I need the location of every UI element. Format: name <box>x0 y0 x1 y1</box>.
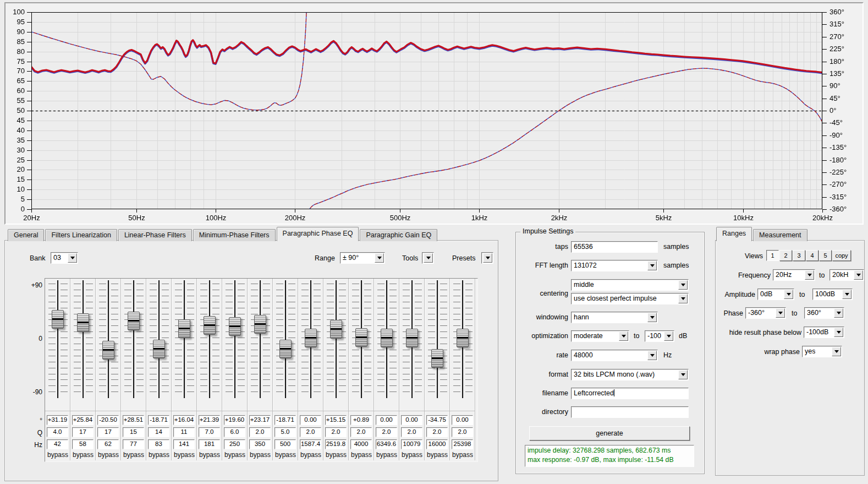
filename-input[interactable]: Leftcorrected <box>571 388 689 399</box>
freq-field[interactable]: 1587.4 <box>300 439 321 449</box>
q-field[interactable]: 2.0 <box>325 427 347 437</box>
view-button-2[interactable]: 2 <box>779 250 792 261</box>
frequency-to-select[interactable]: 20kHz <box>829 269 864 281</box>
phase-from-select[interactable]: -360° <box>745 307 786 319</box>
gain-slider[interactable] <box>323 279 349 410</box>
gain-slider[interactable] <box>96 279 121 410</box>
bypass-button[interactable]: bypass <box>399 451 425 459</box>
chevron-down-icon[interactable] <box>805 270 814 280</box>
generate-button[interactable]: generate <box>529 426 690 441</box>
rate-select[interactable]: 48000 <box>571 350 658 361</box>
view-button-5[interactable]: 5 <box>819 250 832 261</box>
slider-handle[interactable] <box>381 329 393 347</box>
chevron-down-icon[interactable] <box>678 370 688 379</box>
gain-slider[interactable] <box>197 279 222 410</box>
tab-filters-linearization[interactable]: Filters Linearization <box>45 229 117 241</box>
slider-handle[interactable] <box>457 329 469 347</box>
q-field[interactable]: 2.0 <box>300 427 321 437</box>
q-field[interactable]: 2.0 <box>426 427 448 437</box>
freq-field[interactable]: 4000 <box>350 439 372 449</box>
gain-field[interactable]: +16.04 <box>173 415 195 425</box>
bypass-button[interactable]: bypass <box>172 451 197 459</box>
chevron-down-icon[interactable] <box>619 331 628 341</box>
chevron-down-icon[interactable] <box>834 308 843 318</box>
bypass-button[interactable]: bypass <box>121 451 146 459</box>
bypass-button[interactable]: bypass <box>248 451 273 459</box>
bypass-button[interactable]: bypass <box>450 451 475 459</box>
view-button-1[interactable]: 1 <box>766 250 779 261</box>
gain-field[interactable]: +25.84 <box>72 415 94 425</box>
gain-slider[interactable] <box>248 279 273 410</box>
hide-result-phase-select[interactable]: -100dB <box>804 327 844 338</box>
freq-field[interactable]: 58 <box>72 439 94 449</box>
q-field[interactable]: 11 <box>173 427 195 437</box>
presets-select[interactable] <box>481 252 493 264</box>
freq-field[interactable]: 25398 <box>452 439 473 449</box>
slider-handle[interactable] <box>153 340 165 358</box>
gain-slider[interactable] <box>222 279 248 410</box>
gain-slider[interactable] <box>45 279 70 410</box>
q-field[interactable]: 2.0 <box>350 427 372 437</box>
amplitude-to-select[interactable]: 100dB <box>812 289 853 300</box>
gain-field[interactable]: 0.00 <box>401 415 422 425</box>
slider-handle[interactable] <box>128 312 140 330</box>
q-field[interactable]: 2.0 <box>249 427 271 437</box>
view-button-4[interactable]: 4 <box>806 250 818 261</box>
freq-field[interactable]: 141 <box>173 439 195 449</box>
chevron-down-icon[interactable] <box>375 253 384 263</box>
wrap-phase-select[interactable]: yes <box>802 346 842 357</box>
centering-mode-select[interactable]: use closest perfect impulse <box>571 293 689 304</box>
freq-field[interactable]: 10079 <box>401 439 422 449</box>
chevron-down-icon[interactable] <box>854 270 863 280</box>
slider-handle[interactable] <box>102 341 114 360</box>
gain-field[interactable]: 0.00 <box>452 415 473 425</box>
optimization-db-select[interactable]: -100 <box>645 330 674 342</box>
q-field[interactable]: 2.0 <box>401 427 422 437</box>
slider-handle[interactable] <box>305 329 317 347</box>
freq-field[interactable]: 62 <box>97 439 119 449</box>
gain-slider[interactable] <box>374 279 399 410</box>
slider-handle[interactable] <box>178 319 190 338</box>
gain-slider[interactable] <box>399 279 425 410</box>
optimization-select[interactable]: moderate <box>571 330 629 342</box>
chevron-down-icon[interactable] <box>424 253 433 263</box>
q-field[interactable]: 14 <box>148 427 169 437</box>
bypass-button[interactable]: bypass <box>298 451 323 459</box>
bypass-button[interactable]: bypass <box>70 451 96 459</box>
gain-field[interactable]: -34.75 <box>426 415 448 425</box>
chevron-down-icon[interactable] <box>678 294 688 303</box>
q-field[interactable]: 6.0 <box>224 427 245 437</box>
bypass-button[interactable]: bypass <box>45 451 70 459</box>
format-select[interactable]: 32 bits LPCM mono (.wav) <box>571 369 689 380</box>
slider-handle[interactable] <box>406 329 418 347</box>
slider-handle[interactable] <box>77 313 89 332</box>
directory-input[interactable] <box>571 406 689 418</box>
chevron-down-icon[interactable] <box>678 280 688 290</box>
gain-field[interactable]: +15.15 <box>325 415 347 425</box>
bypass-button[interactable]: bypass <box>222 451 248 459</box>
bypass-button[interactable]: bypass <box>146 451 172 459</box>
bypass-button[interactable]: bypass <box>374 451 399 459</box>
gain-field[interactable]: +0.89 <box>350 415 372 425</box>
tab-ranges[interactable]: Ranges <box>716 227 752 241</box>
slider-handle[interactable] <box>52 310 64 329</box>
freq-field[interactable]: 6349.6 <box>376 439 397 449</box>
gain-field[interactable]: -18.71 <box>274 415 296 425</box>
tab-paragraphic-phase-eq[interactable]: Paragraphic Phase EQ <box>277 227 359 241</box>
view-button-3[interactable]: 3 <box>793 250 805 261</box>
tab-general[interactable]: General <box>8 229 44 241</box>
slider-handle[interactable] <box>204 316 216 335</box>
centering-select[interactable]: middle <box>571 279 689 291</box>
gain-slider[interactable] <box>273 279 298 410</box>
slider-handle[interactable] <box>254 315 266 334</box>
amplitude-from-select[interactable]: 0dB <box>757 289 794 300</box>
gain-field[interactable]: -20.50 <box>97 415 119 425</box>
freq-field[interactable]: 2519.8 <box>325 439 347 449</box>
slider-handle[interactable] <box>355 328 367 347</box>
bypass-button[interactable]: bypass <box>273 451 298 459</box>
slider-handle[interactable] <box>229 317 241 336</box>
taps-input[interactable]: 65536 <box>571 241 658 253</box>
q-field[interactable]: 2.0 <box>376 427 397 437</box>
freq-field[interactable]: 500 <box>274 439 296 449</box>
q-field[interactable]: 2.0 <box>452 427 473 437</box>
